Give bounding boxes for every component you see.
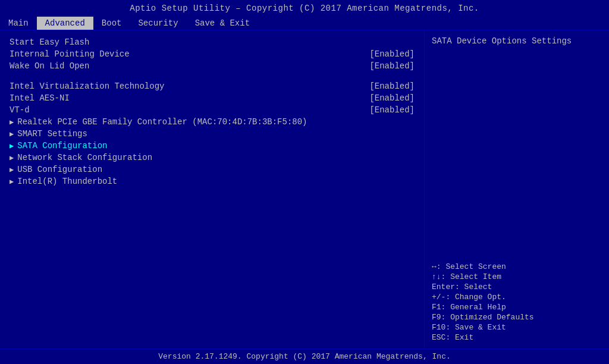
menu-item-1[interactable]: Internal Pointing Device[Enabled]: [10, 48, 415, 60]
right-panel: SATA Device Options Settings ↔: Select S…: [425, 30, 609, 349]
title-bar: Aptio Setup Utility – Copyright (C) 2017…: [0, 0, 609, 15]
footer: Version 2.17.1249. Copyright (C) 2017 Am…: [0, 349, 609, 364]
menu-spacer-3: [10, 72, 415, 80]
menu-item-label-4: Intel Virtualization Technology: [10, 81, 365, 91]
menu-item-value-4: [Enabled]: [369, 81, 415, 91]
menu-item-label-6: VT-d: [10, 105, 365, 115]
nav-item-security[interactable]: Security: [130, 17, 186, 30]
footer-text: Version 2.17.1249. Copyright (C) 2017 Am…: [158, 352, 450, 361]
menu-item-label-7: Realtek PCIe GBE Family Controller (MAC:…: [17, 117, 415, 127]
bios-screen: Aptio Setup Utility – Copyright (C) 2017…: [0, 0, 609, 364]
menu-item-label-10: Network Stack Configuration: [17, 153, 415, 162]
arrow-icon-8: ▶: [10, 130, 14, 139]
key-help: ↔: Select Screen↑↓: Select ItemEnter: Se…: [432, 262, 602, 343]
menu-item-0[interactable]: Start Easy Flash: [10, 36, 415, 48]
menu-item-9[interactable]: ▶SATA Configuration: [10, 140, 415, 152]
nav-item-boot[interactable]: Boot: [93, 17, 130, 30]
key-help-item-3: +/-: Change Opt.: [432, 292, 602, 302]
menu-item-value-1: [Enabled]: [369, 49, 415, 59]
key-help-item-0: ↔: Select Screen: [432, 262, 602, 272]
title-text: Aptio Setup Utility – Copyright (C) 2017…: [130, 4, 479, 13]
key-help-item-5: F9: Optimized Defaults: [432, 312, 602, 322]
arrow-icon-7: ▶: [10, 118, 14, 127]
nav-item-save--exit[interactable]: Save & Exit: [187, 17, 258, 30]
menu-item-label-1: Internal Pointing Device: [10, 49, 365, 59]
left-panel: Start Easy FlashInternal Pointing Device…: [0, 30, 425, 349]
menu-item-4[interactable]: Intel Virtualization Technology[Enabled]: [10, 80, 415, 92]
menu-item-label-2: Wake On Lid Open: [10, 61, 365, 71]
menu-item-value-6: [Enabled]: [369, 105, 415, 115]
nav-bar: MainAdvancedBootSecuritySave & Exit: [0, 15, 609, 30]
menu-item-label-11: USB Configuration: [17, 165, 415, 174]
menu-item-10[interactable]: ▶Network Stack Configuration: [10, 152, 415, 164]
menu-item-6[interactable]: VT-d[Enabled]: [10, 104, 415, 116]
arrow-icon-11: ▶: [10, 165, 14, 174]
key-help-item-6: F10: Save & Exit: [432, 322, 602, 332]
menu-item-label-8: SMART Settings: [17, 129, 415, 139]
main-content: Start Easy FlashInternal Pointing Device…: [0, 30, 609, 349]
key-help-item-1: ↑↓: Select Item: [432, 272, 602, 282]
arrow-icon-12: ▶: [10, 177, 14, 186]
menu-item-12[interactable]: ▶Intel(R) Thunderbolt: [10, 175, 415, 187]
menu-item-8[interactable]: ▶SMART Settings: [10, 128, 415, 140]
nav-item-advanced[interactable]: Advanced: [37, 17, 93, 30]
menu-item-5[interactable]: Intel AES-NI[Enabled]: [10, 92, 415, 104]
menu-item-value-2: [Enabled]: [369, 61, 415, 71]
menu-item-label-9: SATA Configuration: [17, 141, 415, 150]
menu-item-2[interactable]: Wake On Lid Open[Enabled]: [10, 60, 415, 72]
help-title: SATA Device Options Settings: [432, 36, 602, 46]
menu-item-label-5: Intel AES-NI: [10, 93, 365, 103]
key-help-item-2: Enter: Select: [432, 282, 602, 292]
key-help-item-7: ESC: Exit: [432, 332, 602, 343]
nav-item-main[interactable]: Main: [0, 17, 37, 30]
menu-item-label-0: Start Easy Flash: [10, 37, 415, 47]
menu-item-7[interactable]: ▶Realtek PCIe GBE Family Controller (MAC…: [10, 116, 415, 128]
arrow-icon-10: ▶: [10, 153, 14, 162]
menu-item-label-12: Intel(R) Thunderbolt: [17, 177, 415, 186]
menu-item-11[interactable]: ▶USB Configuration: [10, 164, 415, 175]
menu-item-value-5: [Enabled]: [369, 93, 415, 103]
arrow-icon-9: ▶: [10, 142, 14, 150]
key-help-item-4: F1: General Help: [432, 302, 602, 312]
